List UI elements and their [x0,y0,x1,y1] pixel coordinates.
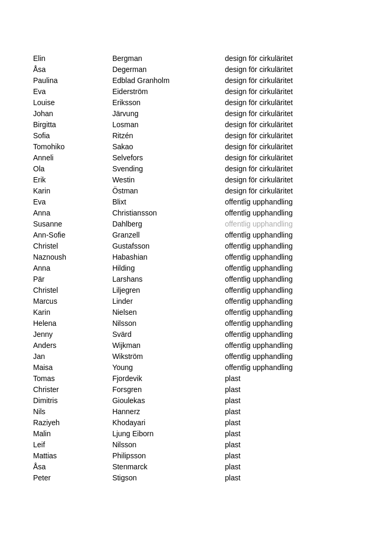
table-row: KarinNielsenoffentlig upphandling [33,306,359,317]
category: offentlig upphandling [225,340,359,351]
first-name: Johan [33,108,112,119]
table-row: PärLarshansoffentlig upphandling [33,273,359,284]
category: offentlig upphandling [225,362,359,373]
category: plast [225,384,359,395]
table-row: JennySvärdoffentlig upphandling [33,328,359,340]
table-row: NaznoushHabashianoffentlig upphandling [33,251,359,262]
last-name: Selvefors [112,152,225,163]
table-row: HelenaNilssonoffentlig upphandling [33,317,359,328]
last-name: Bergman [112,53,225,64]
first-name: Åsa [33,64,112,75]
category: offentlig upphandling [225,284,359,295]
first-name: Tomas [33,373,112,384]
table-row: OlaSvendingdesign för cirkuläritet [33,163,359,174]
category: design för cirkuläritet [225,152,359,163]
first-name: Karin [33,185,112,196]
last-name: Nilsson [112,317,225,328]
last-name: Larshans [112,273,225,284]
category: design för cirkuläritet [225,86,359,97]
category: plast [225,373,359,384]
last-name: Ritzén [112,130,225,141]
category: plast [225,439,359,450]
table-row: MaisaYoungoffentlig upphandling [33,362,359,373]
first-name: Jan [33,351,112,362]
first-name: Sofia [33,130,112,141]
last-name: Svärd [112,328,225,340]
first-name: Birgitta [33,119,112,130]
last-name: Granzell [112,229,225,240]
category: design för cirkuläritet [225,75,359,86]
first-name: Marcus [33,295,112,306]
category: design för cirkuläritet [225,185,359,196]
first-name: Leif [33,439,112,450]
last-name: Eiderström [112,86,225,97]
table-row: KarinÖstmandesign för cirkuläritet [33,185,359,196]
category: plast [225,406,359,417]
table-row: Ann-SofieGranzelloffentlig upphandling [33,229,359,240]
last-name: Gustafsson [112,240,225,251]
first-name: Peter [33,472,112,483]
category: plast [225,428,359,439]
last-name: Christiansson [112,207,225,218]
first-name: Christel [33,284,112,295]
first-name: Paulina [33,75,112,86]
last-name: Järvung [112,108,225,119]
last-name: Ljung Eiborn [112,428,225,439]
category: design för cirkuläritet [225,119,359,130]
first-name: Malin [33,428,112,439]
table-row: ÅsaStenmarckplast [33,461,359,472]
table-row: BirgittaLosmandesign för cirkuläritet [33,119,359,130]
last-name: Westin [112,174,225,185]
category: offentlig upphandling [225,207,359,218]
category: design för cirkuläritet [225,97,359,108]
first-name: Anneli [33,152,112,163]
first-name: Tomohiko [33,141,112,152]
first-name: Louise [33,97,112,108]
last-name: Hannerz [112,406,225,417]
first-name: Mattias [33,450,112,461]
last-name: Östman [112,185,225,196]
last-name: Wikström [112,351,225,362]
first-name: Jenny [33,328,112,340]
category: plast [225,450,359,461]
table-row: ElinBergmandesign för cirkuläritet [33,53,359,64]
table-row: PeterStigsonplast [33,472,359,483]
first-name: Ola [33,163,112,174]
first-name: Christer [33,384,112,395]
first-name: Helena [33,317,112,328]
table-row: ÅsaDegermandesign för cirkuläritet [33,64,359,75]
last-name: Wijkman [112,340,225,351]
table-row: NilsHannerzplast [33,406,359,417]
table-row: ChristelLiljegrenoffentlig upphandling [33,284,359,295]
table-row: TomohikoSakaodesign för cirkuläritet [33,141,359,152]
table-row: SusanneDahlbergoffentlig upphandling [33,218,359,229]
category: offentlig upphandling [225,229,359,240]
last-name: Degerman [112,64,225,75]
table-row: ChristerForsgrenplast [33,384,359,395]
table-row: ChristelGustafssonoffentlig upphandling [33,240,359,251]
table-row: SofiaRitzéndesign för cirkuläritet [33,130,359,141]
first-name: Naznoush [33,251,112,262]
first-name: Anna [33,262,112,273]
last-name: Liljegren [112,284,225,295]
first-name: Susanne [33,218,112,229]
category: offentlig upphandling [225,317,359,328]
last-name: Sakao [112,141,225,152]
category: offentlig upphandling [225,306,359,317]
first-name: Eva [33,196,112,207]
table-row: MarcusLinderoffentlig upphandling [33,295,359,306]
category: design för cirkuläritet [225,130,359,141]
category: design för cirkuläritet [225,163,359,174]
category: offentlig upphandling [225,273,359,284]
first-name: Dimitris [33,395,112,406]
category: design för cirkuläritet [225,108,359,119]
table-row: LouiseErikssondesign för cirkuläritet [33,97,359,108]
table-row: EvaEiderströmdesign för cirkuläritet [33,86,359,97]
table-row: TomasFjordevikplast [33,373,359,384]
table-row: LeifNilssonplast [33,439,359,450]
first-name: Åsa [33,461,112,472]
category: offentlig upphandling [225,218,359,229]
category: design för cirkuläritet [225,64,359,75]
last-name: Blixt [112,196,225,207]
last-name: Nilsson [112,439,225,450]
